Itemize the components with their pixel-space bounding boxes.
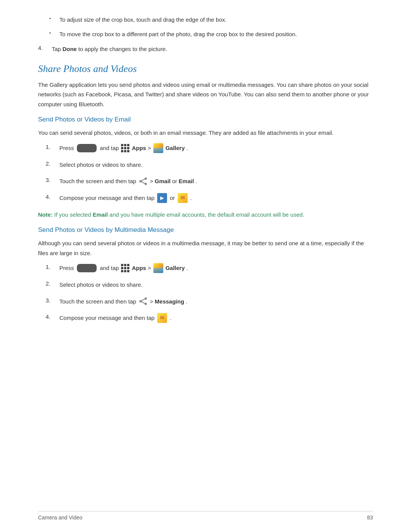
email-step4-period: . [190, 193, 192, 203]
email-steps: 1. Press and tap Apps > Gallery. 2. Sele… [38, 143, 373, 203]
gallery-icon-1 [153, 143, 163, 153]
bullet-marker-1: ▪ [49, 16, 56, 21]
bullet-text-2: To move the crop box to a different part… [59, 30, 297, 39]
email-step-content-4: Compose your message and then tap or . [59, 193, 192, 203]
svg-line-4 [140, 181, 146, 184]
intro-paragraph: The Gallery application lets you send ph… [38, 80, 373, 109]
footer-left: Camera and Video [38, 514, 82, 521]
mms-step-content-2: Select photos or videos to share. [59, 280, 142, 290]
mms-and-tap: and tap [100, 263, 119, 273]
mms-step-num-2: 2. [46, 280, 59, 287]
email-step-content-3: Touch the screen and then tap > Gmail or… [59, 176, 197, 186]
messaging-label: Messaging [155, 297, 185, 307]
email-step-2: 2. Select photos or videos to share. [46, 160, 373, 170]
page-footer: Camera and Video 83 [38, 511, 373, 521]
crop-bullets: ▪ To adjust size of the crop box, touch … [38, 15, 373, 39]
email-step-num-3: 3. [46, 176, 59, 183]
done-bold: Done [62, 44, 77, 54]
bullet-1: ▪ To adjust size of the crop box, touch … [49, 15, 373, 24]
gt-1: > [148, 143, 151, 153]
mms-step4-period: . [170, 313, 171, 323]
mms-press-text: Press [59, 263, 74, 273]
mms-step-content-3: Touch the screen and then tap > Messagin… [59, 297, 187, 307]
email-step-num-1: 1. [46, 143, 59, 150]
mms-step-content-1: Press and tap Apps > Gallery. [59, 263, 188, 273]
email-step-content-1: Press and tap Apps > Gallery. [59, 143, 188, 153]
email-step3-pre: Touch the screen and then tap [59, 176, 136, 186]
note-text: If you selected Email and you have multi… [54, 211, 304, 218]
email-step-num-4: 4. [46, 193, 59, 200]
apps-label-1: Apps [132, 143, 146, 153]
mms-gallery-label: Gallery [166, 263, 185, 273]
email-step-num-2: 2. [46, 160, 59, 167]
email-section-title: Send Photos or Videos by Email [38, 116, 373, 123]
mms-step4-pre: Compose your message and then tap [59, 313, 155, 323]
apps-grid-icon-2 [121, 264, 129, 272]
bullet-marker-2: ▪ [49, 30, 56, 35]
mms-apps-label: Apps [132, 263, 146, 273]
share-arrow-icon-2 [139, 297, 147, 305]
mms-step-num-1: 1. [46, 263, 59, 270]
email-send-icon [178, 193, 188, 203]
section-title-share: Share Photos and Videos [38, 63, 373, 75]
mms-step3-pre: Touch the screen and then tap [59, 297, 136, 307]
mms-step-4: 4. Compose your message and then tap . [46, 313, 373, 323]
mms-intro: Although you can send several photos or … [38, 238, 373, 258]
svg-line-9 [140, 301, 146, 304]
note-label: Note: [38, 211, 53, 218]
home-button-2 [77, 264, 97, 272]
step-tap-done: 4. Tap Done to apply the changes to the … [38, 44, 373, 54]
mms-step3-gt: > [150, 297, 153, 307]
mms-section-title: Send Photos or Videos by Multimedia Mess… [38, 226, 373, 234]
email-step-4: 4. Compose your message and then tap or … [46, 193, 373, 203]
email-step4-pre: Compose your message and then tap [59, 193, 155, 203]
email-label: Email [179, 176, 194, 186]
mms-send-icon [157, 313, 167, 323]
bullet-2: ▪ To move the crop box to a different pa… [49, 30, 373, 39]
press-text-1: Press [59, 143, 74, 153]
bullet-text-1: To adjust size of the crop box, touch an… [59, 15, 226, 24]
tap-text: Tap [52, 44, 61, 54]
email-step2-text: Select photos or videos to share. [59, 160, 142, 170]
svg-line-8 [140, 299, 146, 301]
email-step-content-2: Select photos or videos to share. [59, 160, 142, 170]
home-button-1 [77, 144, 97, 152]
gallery-icon-2 [153, 263, 163, 273]
share-arrow-icon-1 [139, 177, 147, 185]
step-content-done: Tap Done to apply the changes to the pic… [52, 44, 167, 54]
email-step4-or: or [170, 193, 175, 203]
mms-step-num-4: 4. [46, 313, 59, 320]
page-content: ▪ To adjust size of the crop box, touch … [0, 0, 411, 360]
gmail-label: Gmail [155, 176, 171, 186]
mms-steps: 1. Press and tap Apps > Gallery. 2. Sele… [38, 263, 373, 323]
step-num-4: 4. [38, 44, 52, 51]
email-step-3: 3. Touch the screen and then tap > Gmail… [46, 176, 373, 186]
mms-step-3: 3. Touch the screen and then tap > Messa… [46, 297, 373, 307]
mms-gt-1: > [148, 263, 151, 273]
mms-step-2: 2. Select photos or videos to share. [46, 280, 373, 290]
email-intro: You can send several photos, videos, or … [38, 128, 373, 138]
svg-line-3 [140, 179, 146, 181]
mms-step2-text: Select photos or videos to share. [59, 280, 142, 290]
email-step3-period: . [196, 176, 197, 186]
email-or-1: or [172, 176, 177, 186]
mms-step3-period: . [186, 297, 187, 307]
email-step-1: 1. Press and tap Apps > Gallery. [46, 143, 373, 153]
step4-rest: to apply the changes to the picture. [78, 44, 167, 54]
mms-step-1: 1. Press and tap Apps > Gallery. [46, 263, 373, 273]
footer-right: 83 [367, 514, 373, 521]
and-tap-text-1: and tap [100, 143, 119, 153]
email-note: Note: If you selected Email and you have… [38, 210, 373, 220]
gallery-label-1: Gallery [166, 143, 185, 153]
send-arrow-icon [157, 193, 167, 203]
mms-step-content-4: Compose your message and then tap . [59, 313, 171, 323]
email-step3-gt: > [150, 176, 153, 186]
apps-grid-icon-1 [121, 144, 129, 152]
mms-step-num-3: 3. [46, 297, 59, 304]
